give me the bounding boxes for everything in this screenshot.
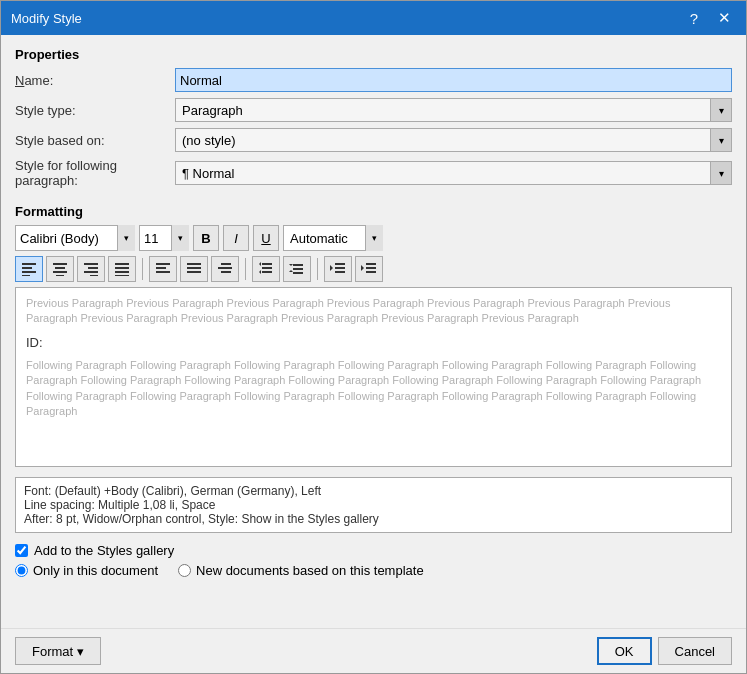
options-section: Add to the Styles gallery Only in this d… (15, 543, 732, 578)
size-select[interactable]: 11 (139, 225, 189, 251)
decrease-indent-button[interactable] (324, 256, 352, 282)
style-desc-line3: After: 8 pt, Widow/Orphan control, Style… (24, 512, 723, 526)
svg-rect-23 (218, 267, 232, 269)
svg-marker-28 (259, 262, 261, 266)
help-button[interactable]: ? (682, 6, 706, 30)
preview-following-paragraph: Following Paragraph Following Paragraph … (26, 358, 721, 420)
formatting-toolbar-row1: Calibri (Body) ▾ 11 ▾ B I U Automatic (15, 225, 732, 251)
svg-marker-29 (259, 270, 261, 274)
svg-rect-39 (366, 263, 376, 265)
title-bar-controls: ? ✕ (682, 6, 736, 30)
new-template-radio[interactable] (178, 564, 191, 577)
toolbar-divider-2 (245, 258, 246, 280)
svg-rect-8 (84, 263, 98, 265)
add-to-gallery-row: Add to the Styles gallery (15, 543, 732, 558)
add-to-gallery-checkbox[interactable] (15, 544, 28, 557)
svg-rect-30 (293, 264, 303, 266)
svg-rect-13 (115, 267, 129, 269)
style-following-select[interactable]: ¶ Normal (175, 161, 732, 185)
close-button[interactable]: ✕ (712, 6, 736, 30)
svg-marker-42 (361, 265, 364, 271)
dialog-body: Properties Name: Style type: Paragraph ▾… (1, 35, 746, 628)
ok-button[interactable]: OK (597, 637, 652, 665)
svg-rect-31 (293, 268, 303, 270)
svg-rect-20 (187, 267, 201, 269)
style-following-select-wrap: ¶ Normal ▾ (175, 161, 732, 185)
name-row: Name: (15, 68, 732, 92)
style-desc-line1: Font: (Default) +Body (Calibri), German … (24, 484, 723, 498)
font-select[interactable]: Calibri (Body) (15, 225, 135, 251)
dialog-title: Modify Style (11, 11, 82, 26)
svg-rect-14 (115, 271, 129, 273)
svg-rect-37 (335, 271, 345, 273)
preview-box: Previous Paragraph Previous Paragraph Pr… (15, 287, 732, 467)
style-based-label: Style based on: (15, 133, 175, 148)
cancel-button[interactable]: Cancel (658, 637, 732, 665)
svg-rect-11 (90, 275, 98, 276)
svg-marker-34 (289, 270, 293, 272)
color-select-wrap: Automatic ▾ (283, 225, 383, 251)
properties-section: Properties Name: Style type: Paragraph ▾… (15, 47, 732, 194)
style-type-select[interactable]: Paragraph (175, 98, 732, 122)
bold-button[interactable]: B (193, 225, 219, 251)
svg-rect-19 (187, 263, 201, 265)
svg-rect-22 (221, 263, 231, 265)
svg-rect-15 (115, 275, 129, 276)
svg-rect-9 (88, 267, 98, 269)
new-template-label: New documents based on this template (196, 563, 424, 578)
svg-rect-0 (22, 263, 36, 265)
line-spacing-button[interactable] (252, 256, 280, 282)
only-doc-item: Only in this document (15, 563, 158, 578)
toolbar-divider-3 (317, 258, 318, 280)
style-type-row: Style type: Paragraph ▾ (15, 98, 732, 122)
properties-label: Properties (15, 47, 732, 62)
svg-rect-24 (221, 271, 231, 273)
only-doc-radio[interactable] (15, 564, 28, 577)
name-label: Name: (15, 73, 175, 88)
align-center2-button[interactable] (180, 256, 208, 282)
align-left2-button[interactable] (149, 256, 177, 282)
align-left-button[interactable] (15, 256, 43, 282)
format-button[interactable]: Format ▾ (15, 637, 101, 665)
line-spacing2-button[interactable] (283, 256, 311, 282)
align-center-button[interactable] (46, 256, 74, 282)
style-type-select-wrap: Paragraph ▾ (175, 98, 732, 122)
name-input[interactable] (175, 68, 732, 92)
title-bar: Modify Style ? ✕ (1, 1, 746, 35)
svg-rect-18 (156, 271, 170, 273)
ok-button-label: OK (615, 644, 634, 659)
align-right2-button[interactable] (211, 256, 239, 282)
svg-rect-25 (262, 263, 272, 265)
svg-rect-32 (293, 272, 303, 274)
new-template-item: New documents based on this template (178, 563, 424, 578)
increase-indent-button[interactable] (355, 256, 383, 282)
modify-style-dialog: Modify Style ? ✕ Properties Name: Style … (0, 0, 747, 674)
formatting-section: Formatting Calibri (Body) ▾ 11 ▾ B I (15, 204, 732, 467)
style-desc-line2: Line spacing: Multiple 1,08 li, Space (24, 498, 723, 512)
svg-rect-5 (55, 267, 65, 269)
svg-rect-10 (84, 271, 98, 273)
svg-rect-4 (53, 263, 67, 265)
svg-rect-16 (156, 263, 170, 265)
cancel-button-label: Cancel (675, 644, 715, 659)
style-based-select[interactable]: (no style) (175, 128, 732, 152)
format-button-label: Format ▾ (32, 644, 84, 659)
only-doc-label: Only in this document (33, 563, 158, 578)
align-right-button[interactable] (77, 256, 105, 282)
svg-rect-6 (53, 271, 67, 273)
align-justify-button[interactable] (108, 256, 136, 282)
svg-marker-33 (289, 264, 293, 266)
underline-button[interactable]: U (253, 225, 279, 251)
style-following-row: Style for following paragraph: ¶ Normal … (15, 158, 732, 188)
style-based-row: Style based on: (no style) ▾ (15, 128, 732, 152)
svg-rect-2 (22, 271, 36, 273)
svg-rect-1 (22, 267, 32, 269)
color-select[interactable]: Automatic (283, 225, 383, 251)
footer-right: OK Cancel (597, 637, 732, 665)
italic-button[interactable]: I (223, 225, 249, 251)
svg-rect-27 (262, 271, 272, 273)
svg-rect-3 (22, 275, 30, 276)
style-following-label: Style for following paragraph: (15, 158, 175, 188)
toolbar-divider-1 (142, 258, 143, 280)
footer-left: Format ▾ (15, 637, 101, 665)
